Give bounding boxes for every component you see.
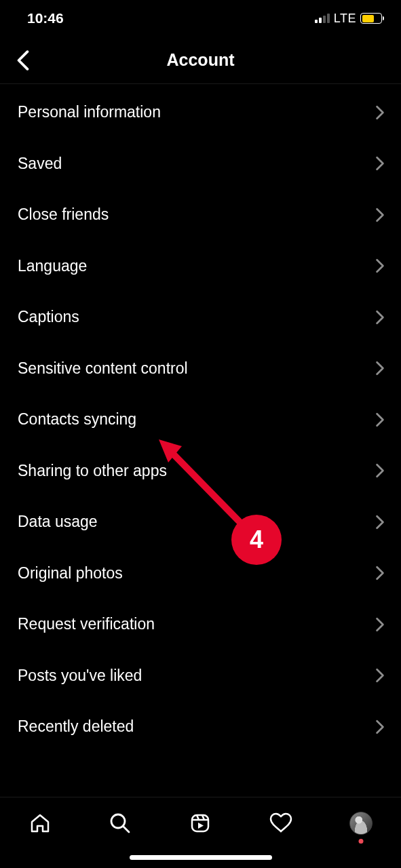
svg-line-3: [123, 827, 129, 832]
chevron-right-icon: [375, 515, 385, 530]
row-saved[interactable]: Saved: [0, 138, 401, 190]
nav-reels[interactable]: [187, 810, 214, 837]
row-label: Data usage: [18, 513, 98, 531]
status-bar: 10:46 LTE: [0, 0, 401, 37]
chevron-right-icon: [375, 668, 385, 683]
row-contacts-syncing[interactable]: Contacts syncing: [0, 394, 401, 446]
chevron-right-icon: [375, 105, 385, 120]
row-label: Personal information: [18, 103, 161, 121]
row-recently-deleted[interactable]: Recently deleted: [0, 701, 401, 753]
reels-icon: [189, 812, 211, 834]
home-indicator: [130, 855, 272, 860]
page-title: Account: [0, 50, 401, 70]
nav-search[interactable]: [107, 810, 134, 837]
battery-icon: [360, 13, 382, 24]
chevron-right-icon: [375, 258, 385, 273]
heart-icon: [269, 812, 292, 834]
row-label: Original photos: [18, 564, 123, 583]
row-label: Recently deleted: [18, 717, 134, 736]
svg-marker-8: [198, 823, 204, 829]
avatar-icon: [349, 812, 373, 835]
row-close-friends[interactable]: Close friends: [0, 189, 401, 241]
signal-icon: [315, 14, 330, 23]
row-label: Saved: [18, 155, 62, 173]
notification-dot-icon: [358, 839, 363, 844]
home-icon: [29, 812, 51, 834]
row-label: Sharing to other apps: [18, 462, 167, 480]
chevron-right-icon: [375, 617, 385, 632]
row-request-verification[interactable]: Request verification: [0, 599, 401, 650]
nav-activity[interactable]: [267, 810, 294, 837]
row-sensitive-content-control[interactable]: Sensitive content control: [0, 343, 401, 395]
chevron-right-icon: [375, 719, 385, 734]
svg-rect-4: [192, 815, 208, 831]
row-posts-youve-liked[interactable]: Posts you've liked: [0, 650, 401, 702]
settings-list: Personal information Saved Close friends…: [0, 84, 401, 753]
row-label: Request verification: [18, 615, 155, 633]
row-original-photos[interactable]: Original photos: [0, 548, 401, 599]
row-language[interactable]: Language: [0, 241, 401, 292]
row-data-usage[interactable]: Data usage: [0, 496, 401, 548]
chevron-left-icon: [16, 50, 30, 71]
row-personal-information[interactable]: Personal information: [0, 87, 401, 138]
row-label: Contacts syncing: [18, 410, 136, 429]
nav-profile[interactable]: [347, 810, 375, 837]
row-label: Language: [18, 257, 87, 275]
network-label: LTE: [334, 12, 356, 26]
row-captions[interactable]: Captions: [0, 292, 401, 343]
search-icon: [109, 812, 131, 834]
chevron-right-icon: [375, 156, 385, 171]
page-header: Account: [0, 37, 401, 84]
chevron-right-icon: [375, 361, 385, 376]
row-label: Sensitive content control: [18, 359, 188, 378]
back-button[interactable]: [11, 48, 35, 73]
row-sharing-to-other-apps[interactable]: Sharing to other apps: [0, 446, 401, 497]
chevron-right-icon: [375, 310, 385, 325]
chevron-right-icon: [375, 412, 385, 427]
nav-home[interactable]: [26, 810, 54, 837]
chevron-right-icon: [375, 463, 385, 478]
chevron-right-icon: [375, 566, 385, 580]
status-indicators: LTE: [315, 12, 382, 26]
status-time: 10:46: [27, 10, 64, 26]
svg-point-2: [111, 814, 125, 828]
row-label: Captions: [18, 308, 79, 326]
row-label: Close friends: [18, 205, 109, 224]
row-label: Posts you've liked: [18, 667, 142, 685]
chevron-right-icon: [375, 208, 385, 222]
